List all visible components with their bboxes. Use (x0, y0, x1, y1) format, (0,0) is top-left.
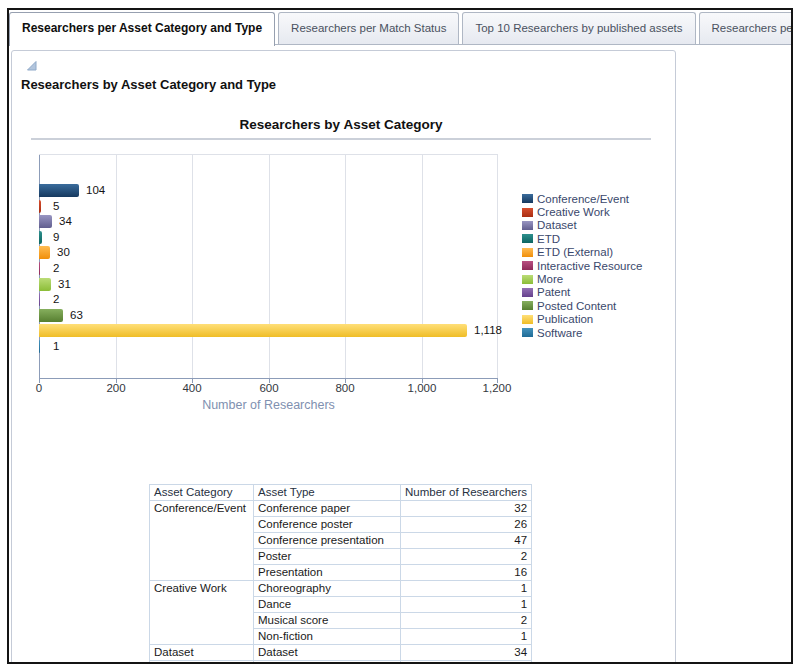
chart-title: Researchers by Asset Category (31, 117, 651, 132)
legend-item-conference-event: Conference/Event (522, 192, 642, 205)
x-tick-label: 1,200 (467, 382, 527, 394)
section-title: Researchers by Asset Category and Type (21, 77, 276, 92)
legend-label: Publication (537, 313, 593, 325)
collapse-panel-icon[interactable] (25, 59, 38, 72)
cell-asset-type: Non-fiction (254, 629, 401, 645)
legend-label: Creative Work (537, 206, 610, 218)
legend-swatch-icon (522, 328, 533, 337)
legend-label: Dataset (537, 219, 577, 231)
table-header: Asset CategoryAsset TypeNumber of Resear… (150, 485, 532, 501)
gridline (269, 155, 270, 378)
column-header-asset-category: Asset Category (150, 485, 254, 501)
bar-patent[interactable] (39, 293, 40, 306)
bar-value-label: 104 (86, 184, 105, 197)
bar-software[interactable] (39, 340, 40, 353)
legend-item-etd-external: ETD (External) (522, 246, 642, 259)
tab-bar: Researchers per Asset Category and TypeR… (9, 12, 791, 46)
legend-label: Posted Content (537, 300, 616, 312)
cell-asset-type: Choreography (254, 581, 401, 597)
cell-researcher-count: 16 (401, 565, 532, 581)
content-panel: Researchers by Asset Category and Type R… (11, 50, 676, 664)
cell-researcher-count: 26 (401, 517, 532, 533)
x-tick-label: 200 (86, 382, 146, 394)
legend-swatch-icon (522, 221, 533, 230)
bar-posted-content[interactable] (39, 309, 63, 322)
cell-researcher-count: 32 (401, 501, 532, 517)
x-tick-label: 1,000 (392, 382, 452, 394)
legend-item-dataset: Dataset (522, 219, 642, 232)
x-tick-label: 400 (162, 382, 222, 394)
x-tick-label: 600 (239, 382, 299, 394)
table-row-clipped (150, 661, 532, 665)
legend-swatch-icon (522, 315, 533, 324)
legend-label: More (537, 273, 563, 285)
bar-value-label: 34 (59, 215, 72, 228)
gridline (192, 155, 193, 378)
cell-researcher-count: 47 (401, 533, 532, 549)
cell-empty (254, 661, 401, 665)
cell-researcher-count: 2 (401, 549, 532, 565)
cell-asset-category: Conference/Event (150, 501, 254, 581)
bar-value-label: 2 (53, 262, 59, 275)
tab-researchers-per-match-status[interactable]: Researchers per Match Status (278, 12, 459, 44)
tab-researchers-per-asset-category-and-type[interactable]: Researchers per Asset Category and Type (9, 12, 275, 46)
cell-asset-type: Conference presentation (254, 533, 401, 549)
legend-item-posted-content: Posted Content (522, 299, 642, 312)
cell-asset-type: Presentation (254, 565, 401, 581)
legend-label: ETD (537, 233, 560, 245)
cell-asset-type: Dataset (254, 645, 401, 661)
legend-swatch-icon (522, 248, 533, 257)
legend-swatch-icon (522, 208, 533, 217)
bar-conference-event[interactable] (39, 184, 79, 197)
legend-item-creative-work: Creative Work (522, 205, 642, 218)
legend-item-patent: Patent (522, 286, 642, 299)
legend-swatch-icon (522, 194, 533, 203)
legend-swatch-icon (522, 275, 533, 284)
legend-swatch-icon (522, 301, 533, 310)
x-axis-label: Number of Researchers (39, 398, 498, 412)
legend-label: Patent (537, 286, 570, 298)
column-header-asset-type: Asset Type (254, 485, 401, 501)
bar-creative-work[interactable] (39, 200, 41, 213)
cell-asset-category: Creative Work (150, 581, 254, 645)
bar-etd[interactable] (39, 231, 42, 244)
chart-title-divider (31, 138, 651, 140)
cell-asset-type: Poster (254, 549, 401, 565)
tab-researchers-per-affiliation[interactable]: Researchers per Affiliation (699, 12, 793, 44)
legend-swatch-icon (522, 261, 533, 270)
bar-value-label: 1,118 (474, 324, 502, 337)
legend-item-more: More (522, 272, 642, 285)
legend-label: Interactive Resource (537, 260, 642, 272)
bar-etd-external[interactable] (39, 246, 50, 259)
cell-empty (150, 661, 254, 665)
tab-top-10-researchers-by-published-assets[interactable]: Top 10 Researchers by published assets (462, 12, 695, 44)
legend-label: ETD (External) (537, 246, 613, 258)
legend-item-publication: Publication (522, 313, 642, 326)
legend-swatch-icon (522, 288, 533, 297)
cell-asset-type: Conference paper (254, 501, 401, 517)
bar-dataset[interactable] (39, 215, 52, 228)
legend-item-software: Software (522, 326, 642, 339)
legend-swatch-icon (522, 234, 533, 243)
legend-item-interactive-resource: Interactive Resource (522, 259, 642, 272)
gridline (116, 155, 117, 378)
cell-asset-type: Musical score (254, 613, 401, 629)
legend-label: Software (537, 327, 582, 339)
bar-value-label: 5 (53, 200, 59, 213)
dashboard-frame: Researchers per Asset Category and TypeR… (7, 8, 793, 664)
cell-researcher-count: 1 (401, 629, 532, 645)
bar-interactive-resource[interactable] (39, 262, 40, 275)
cell-asset-category: Dataset (150, 645, 254, 661)
plot-area: 1045349302312631,1181 (39, 154, 498, 379)
gridline (422, 155, 423, 378)
bar-more[interactable] (39, 278, 51, 291)
legend-label: Conference/Event (537, 193, 629, 205)
bar-publication[interactable] (39, 324, 467, 337)
cell-asset-type: Dance (254, 597, 401, 613)
cell-researcher-count: 2 (401, 613, 532, 629)
table-row: Creative WorkChoreography1 (150, 581, 532, 597)
bar-value-label: 31 (58, 278, 71, 291)
cell-researcher-count: 1 (401, 597, 532, 613)
gridline (497, 155, 498, 378)
cell-researcher-count: 1 (401, 581, 532, 597)
